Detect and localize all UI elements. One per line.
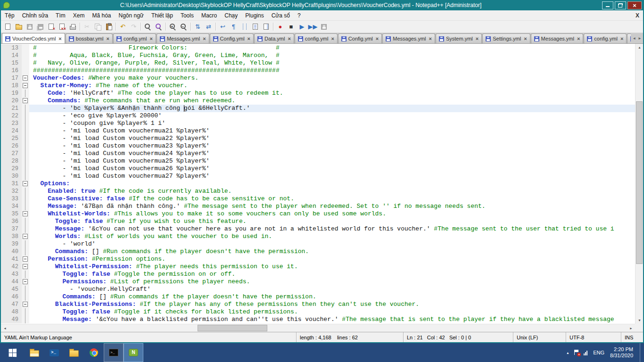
menu-item-10[interactable]: Chạy <box>221 10 241 20</box>
fold-collapse-icon[interactable] <box>22 82 29 90</box>
open-file-icon[interactable] <box>13 22 24 32</box>
taskbar-file-explorer[interactable] <box>25 343 44 362</box>
code-line-39[interactable]: 39 - 'world' <box>1 240 635 248</box>
title-bar[interactable]: C:\Users\Administrator\Desktop\SkyblockO… <box>1 0 643 10</box>
sync-horizontal-scroll-icon[interactable]: ⇄ <box>203 22 214 32</box>
start-button[interactable] <box>0 343 25 362</box>
tab-close-icon[interactable]: × <box>288 36 290 41</box>
tab-close-icon[interactable]: × <box>248 36 250 41</box>
replace-icon[interactable] <box>153 22 164 32</box>
function-list-icon[interactable] <box>250 22 261 32</box>
scroll-down-icon[interactable]: ▼ <box>636 317 643 324</box>
scroll-up-icon[interactable]: ▲ <box>636 44 643 51</box>
code-line-13[interactable]: 13# Firework Colors: # <box>1 44 635 52</box>
tab-close-icon[interactable]: × <box>58 36 61 41</box>
menu-item-6[interactable]: Ngôn ngữ <box>115 10 147 20</box>
code-line-18[interactable]: 18 Starter-Money: #The name of the vouch… <box>1 82 635 90</box>
zoom-out-icon[interactable]: − <box>178 22 189 32</box>
code-line-44[interactable]: 44 Permissions: #List of permissions the… <box>1 278 635 286</box>
close-button[interactable]: × <box>627 1 642 9</box>
hidden-icons-chevron[interactable]: ▴ <box>566 351 570 355</box>
paste-icon[interactable] <box>103 22 114 32</box>
tab-scroll-right-icon[interactable]: ► <box>638 36 642 41</box>
code-line-19[interactable]: 19 Code: 'HellyCraft' #The code the play… <box>1 90 635 97</box>
tab-close-icon[interactable]: × <box>149 36 152 41</box>
document-map-icon[interactable] <box>261 22 272 32</box>
taskbar-chrome[interactable] <box>84 343 104 362</box>
menu-item-3[interactable]: Tìm <box>52 10 69 20</box>
tab-8-Config.yml[interactable]: Config.yml× <box>338 33 382 43</box>
code-line-34[interactable]: 34 Message: '&7Bạn đã nhận thành công.' … <box>1 203 635 210</box>
fold-collapse-icon[interactable] <box>22 255 29 263</box>
code-line-29[interactable]: 29 - 'mi load Custom vouchermua26 %playe… <box>1 165 635 173</box>
scroll-left-icon[interactable]: ◄ <box>1 325 9 332</box>
menu-close-x[interactable]: X <box>636 12 639 19</box>
tab-close-icon[interactable]: × <box>476 36 479 41</box>
tab-7-config.yml[interactable]: config.yml× <box>295 33 338 43</box>
code-line-40[interactable]: 40 Commands: [] #Run commands if the pla… <box>1 248 635 255</box>
find-icon[interactable] <box>142 22 153 32</box>
menu-item-7[interactable]: Thiết lập <box>148 10 177 20</box>
indent-guide-icon[interactable] <box>239 22 250 32</box>
tab-close-icon[interactable]: × <box>620 36 623 41</box>
fold-collapse-icon[interactable] <box>22 301 29 308</box>
tab-6-Data.yml[interactable]: Data.yml× <box>254 33 294 43</box>
run-macro-multiple-icon[interactable]: ▶▶ <box>307 22 318 32</box>
code-line-21[interactable]: 21 - 'bc %player% &Anhận thành công gói … <box>1 105 635 112</box>
fold-collapse-icon[interactable] <box>22 263 29 271</box>
fold-collapse-icon[interactable] <box>22 278 29 286</box>
tab-close-icon[interactable]: × <box>106 36 109 41</box>
code-line-22[interactable]: 22 - 'eco give %player% 20000' <box>1 112 635 120</box>
tab-scroll-left-icon[interactable]: ◄ <box>632 36 636 41</box>
code-line-16[interactable]: 16######################################… <box>1 67 635 74</box>
horizontal-scrollbar[interactable]: ◄ ► <box>1 324 635 332</box>
fold-collapse-icon[interactable] <box>22 210 29 218</box>
code-line-42[interactable]: 42 Whitelist-Permission: #The player nee… <box>1 263 635 271</box>
menu-item-5[interactable]: Mã hóa <box>88 10 115 20</box>
code-line-14[interactable]: 14# Aqua, Black, Blue, Fuchsia, Gray, Gr… <box>1 52 635 59</box>
show-all-characters-icon[interactable]: ¶ <box>228 22 239 32</box>
status-encoding[interactable]: UTF-8 <box>566 332 621 342</box>
taskbar-command-prompt[interactable]: >_ <box>104 343 124 362</box>
taskbar-notepad-plus-plus[interactable]: N <box>124 343 143 362</box>
tab-close-icon[interactable]: × <box>203 36 206 41</box>
tab-5-Config.yml[interactable]: Config.yml× <box>210 33 254 43</box>
code-line-36[interactable]: 36 Toggle: false #True if you wish to us… <box>1 218 635 225</box>
play-macro-icon[interactable]: ▶ <box>297 22 307 32</box>
code-line-24[interactable]: 24 - 'mi load Custom vouchermua21 %playe… <box>1 127 635 135</box>
code-line-27[interactable]: 27 - 'mi load Custom vouchermua24 %playe… <box>1 150 635 157</box>
tab-13-config.yml[interactable]: config.yml× <box>584 33 627 43</box>
code-line-46[interactable]: 46 Commands: [] #Run commands if the pla… <box>1 293 635 301</box>
code-line-37[interactable]: 37 Message: '&cYou can not use that vouc… <box>1 225 635 233</box>
restore-button[interactable] <box>615 1 626 9</box>
menu-item-13[interactable]: ? <box>294 10 305 20</box>
menu-item-2[interactable]: Chỉnh sửa <box>18 10 52 20</box>
tab-11-Settings.yml[interactable]: Settings.yml× <box>482 33 530 43</box>
fold-collapse-icon[interactable] <box>22 74 29 82</box>
language-indicator[interactable]: ENG <box>592 350 606 355</box>
taskbar-clock[interactable]: 2:20 PM 8/31/2020 <box>610 346 633 359</box>
new-file-icon[interactable] <box>2 22 13 32</box>
menu-item-9[interactable]: Macro <box>198 10 221 20</box>
record-macro-icon[interactable]: ● <box>275 22 286 32</box>
editor-area[interactable]: 13# Firework Colors: #14# Aqua, Black, B… <box>1 44 643 332</box>
code-line-41[interactable]: 41 Permission: #Permission options. <box>1 255 635 263</box>
code-line-32[interactable]: 32 Enabled: true #If the code is current… <box>1 188 635 195</box>
tab-1-VoucherCodes.yml[interactable]: VoucherCodes.yml× <box>2 33 65 43</box>
menu-item-11[interactable]: Plugins <box>241 10 267 20</box>
vertical-scroll-thumb[interactable] <box>636 101 643 264</box>
tab-12-Messages.yml[interactable]: Messages.yml× <box>531 33 584 43</box>
undo-icon[interactable]: ↶ <box>117 22 128 32</box>
close-all-icon[interactable] <box>57 22 67 32</box>
action-center-flag-icon[interactable]: × <box>574 350 579 356</box>
code-line-45[interactable]: 45 - 'voucher.HellyCraft' <box>1 286 635 293</box>
print-icon[interactable] <box>67 22 78 32</box>
network-icon[interactable] <box>584 350 587 355</box>
code-line-47[interactable]: 47 Blacklist-Permissions: #If the player… <box>1 301 635 308</box>
tab-2-bossbar.yml[interactable]: bossbar.yml× <box>66 33 113 43</box>
horizontal-scroll-thumb[interactable] <box>198 325 267 331</box>
code-line-48[interactable]: 48 Toggle: false #Toggle if it checks fo… <box>1 308 635 316</box>
scroll-right-icon[interactable]: ► <box>627 325 635 332</box>
status-insert-mode[interactable]: INS <box>621 332 643 342</box>
close-file-icon[interactable] <box>46 22 57 32</box>
